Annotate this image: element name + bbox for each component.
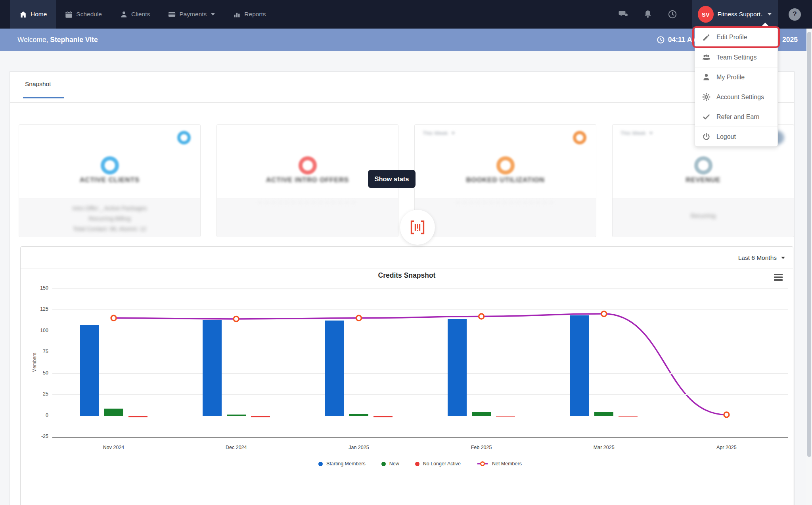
chevron-down-icon <box>452 132 455 134</box>
power-icon <box>702 132 710 141</box>
nav-item-home[interactable]: Home <box>10 0 56 29</box>
footer-line: Intro Offer _ Active Packages <box>19 203 200 213</box>
stat-card-title: BOOKED UTILIZATION <box>415 176 596 184</box>
stat-card-footer: Intro Offer _ Active Packages Recurring … <box>19 198 200 237</box>
profile-dropdown-menu: Edit Profile Team Settings My Profile Ac… <box>695 27 778 147</box>
nav-item-schedule[interactable]: Schedule <box>56 0 111 29</box>
bar-new[interactable] <box>472 412 491 416</box>
stat-card-footer: – – – – – – – – – – – – – – – <box>415 198 596 237</box>
welcome-bar: Welcome, Stephanie Vite 04:11 AM 2025 <box>0 29 812 51</box>
nav-label: Schedule <box>76 11 102 18</box>
loading-spinner <box>299 156 317 175</box>
payments-icon <box>168 11 176 18</box>
tab-snapshot[interactable]: Snapshot <box>25 81 51 88</box>
bar-no-longer-active[interactable] <box>619 416 638 417</box>
legend-dot-icon <box>318 462 323 466</box>
legend-label: New <box>389 461 399 467</box>
menu-item-logout[interactable]: Logout <box>695 127 778 146</box>
bar-no-longer-active[interactable] <box>496 416 515 417</box>
bar-new[interactable] <box>227 415 246 415</box>
grid-line <box>52 373 788 374</box>
bar-starting-members[interactable] <box>325 321 344 415</box>
grid-line <box>52 288 788 289</box>
check-icon <box>702 113 710 121</box>
page-scrollbar-track <box>806 29 812 505</box>
nav-item-reports[interactable]: Reports <box>224 0 275 29</box>
menu-item-my-profile[interactable]: My Profile <box>695 67 778 87</box>
net-members-marker[interactable] <box>724 412 729 417</box>
bell-icon[interactable] <box>643 10 653 19</box>
chevron-down-icon <box>649 132 653 134</box>
user-name: Fitness Support... <box>718 11 763 18</box>
help-button[interactable]: ? <box>789 8 801 21</box>
chart-menu-icon[interactable] <box>774 274 783 282</box>
menu-item-team-settings[interactable]: Team Settings <box>695 47 778 67</box>
chart-plot-area <box>52 288 788 437</box>
menu-item-edit-profile[interactable]: Edit Profile <box>695 27 778 47</box>
loading-spinner <box>101 156 119 175</box>
net-members-marker[interactable] <box>234 316 239 321</box>
bar-starting-members[interactable] <box>203 320 222 415</box>
tab-active-underline <box>23 97 64 98</box>
gear-icon[interactable] <box>573 131 586 144</box>
loading-spinner <box>694 156 712 175</box>
credits-snapshot-card: Last 6 Months Credits Snapshot Members 1… <box>20 246 793 505</box>
team-icon <box>702 53 710 61</box>
net-members-marker[interactable] <box>111 315 116 321</box>
bar-no-longer-active[interactable] <box>373 416 393 417</box>
chat-icon[interactable] <box>619 10 628 19</box>
x-tick-label: Apr 2025 <box>699 445 754 450</box>
nav-item-payments[interactable]: Payments <box>159 0 224 29</box>
period-label: This Week <box>423 130 448 136</box>
dropdown-caret <box>761 23 770 27</box>
bar-no-longer-active[interactable] <box>128 416 147 417</box>
nav-label: Clients <box>131 11 150 18</box>
y-tick-label: 25 <box>27 391 48 397</box>
net-members-marker[interactable] <box>356 315 361 321</box>
stat-card-footer: – – – – – – – – – – – – – – – <box>217 198 398 237</box>
menu-item-label: Logout <box>716 133 736 140</box>
nav-label: Payments <box>179 11 207 18</box>
clock-icon[interactable] <box>668 10 677 19</box>
bar-starting-members[interactable] <box>80 325 99 416</box>
menu-item-refer-and-earn[interactable]: Refer and Earn <box>695 107 778 127</box>
pencil-icon <box>702 33 710 42</box>
chart-period-dropdown[interactable]: Last 6 Months <box>738 254 785 261</box>
period-dropdown[interactable]: This Week <box>620 130 653 136</box>
user-icon <box>702 73 710 81</box>
bar-no-longer-active[interactable] <box>251 416 270 417</box>
grid-line <box>52 331 788 331</box>
grid-line <box>52 416 788 416</box>
legend-dot-icon <box>415 462 419 466</box>
barcode-scan-icon <box>409 219 426 236</box>
gear-icon <box>702 93 710 101</box>
main-nav: Home Schedule Clients Payments Reports <box>10 0 275 29</box>
navbar-right: SV Fitness Support... ? <box>619 0 812 29</box>
page-scrollbar-thumb[interactable] <box>807 32 811 457</box>
current-time: 04:11 AM <box>657 36 698 44</box>
bar-starting-members[interactable] <box>570 315 589 415</box>
x-tick-label: Jan 2025 <box>331 445 387 450</box>
grid-line <box>52 352 788 352</box>
barcode-scan-button[interactable] <box>400 210 435 245</box>
bar-new[interactable] <box>349 414 368 415</box>
chart-legend: Starting MembersNewNo Longer ActiveNet M… <box>52 461 788 467</box>
show-stats-button[interactable]: Show stats <box>368 170 416 188</box>
nav-item-clients[interactable]: Clients <box>111 0 159 29</box>
welcome-message: Welcome, Stephanie Vite <box>17 36 98 44</box>
period-dropdown[interactable]: This Week <box>423 130 455 136</box>
gear-icon[interactable] <box>177 131 191 144</box>
footer-line: Recurring <box>613 198 794 219</box>
menu-item-account-settings[interactable]: Account Settings <box>695 87 778 107</box>
bar-new[interactable] <box>104 409 123 415</box>
bar-new[interactable] <box>594 412 613 416</box>
legend-item: Starting Members <box>318 461 366 467</box>
net-members-marker[interactable] <box>479 314 484 319</box>
stat-card-active-clients: ACTIVE CLIENTS Intro Offer _ Active Pack… <box>19 124 201 237</box>
net-members-marker[interactable] <box>601 311 607 317</box>
x-axis-labels: Nov 2024Dec 2024Jan 2025Feb 2025Mar 2025… <box>52 445 788 453</box>
bar-starting-members[interactable] <box>448 319 467 416</box>
y-tick-label: 0 <box>27 413 48 418</box>
stat-card-footer: Recurring <box>613 198 794 237</box>
legend-line-marker-icon <box>477 461 488 467</box>
